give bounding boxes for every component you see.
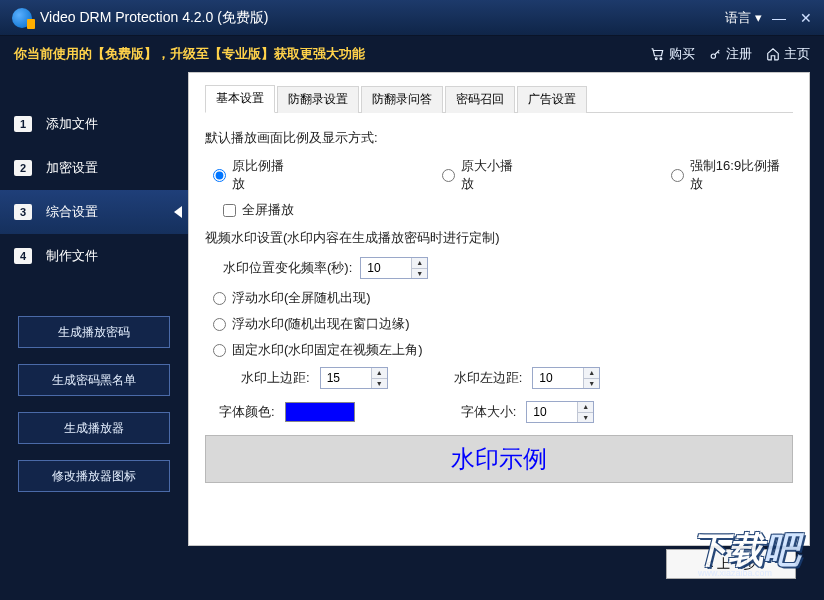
- register-link[interactable]: 注册: [709, 45, 752, 63]
- wm-radio-0[interactable]: [213, 292, 226, 305]
- wm-radio-1[interactable]: [213, 318, 226, 331]
- step-num: 4: [14, 248, 32, 264]
- font-color-swatch[interactable]: [285, 402, 355, 422]
- tab-content-basic: 默认播放画面比例及显示方式: 原比例播放 原大小播放 强制16:9比例播放 全屏…: [205, 113, 793, 533]
- aspect-radio-0[interactable]: [213, 169, 226, 182]
- window-title: Video DRM Protection 4.2.0 (免费版): [40, 9, 725, 27]
- margin-left-spinner[interactable]: ▲▼: [532, 367, 600, 389]
- home-link[interactable]: 主页: [766, 45, 810, 63]
- margin-top-input[interactable]: [321, 368, 371, 388]
- key-icon: [709, 48, 722, 61]
- aspect-option-0[interactable]: 原比例播放: [213, 157, 297, 193]
- main-panel: 基本设置防翻录设置防翻录问答密码召回广告设置 默认播放画面比例及显示方式: 原比…: [188, 72, 810, 546]
- tab-1[interactable]: 防翻录设置: [277, 86, 359, 113]
- prev-button[interactable]: < 上一步: [666, 549, 796, 579]
- step-label: 制作文件: [46, 247, 98, 265]
- svg-point-2: [711, 53, 715, 57]
- cart-icon: [651, 47, 665, 61]
- wm-option-0[interactable]: 浮动水印(全屏随机出现): [213, 289, 793, 307]
- side-button-2[interactable]: 生成播放器: [18, 412, 170, 444]
- step-label: 加密设置: [46, 159, 98, 177]
- tabs-bar: 基本设置防翻录设置防翻录问答密码召回广告设置: [205, 87, 793, 113]
- spinner-down-icon[interactable]: ▼: [578, 413, 593, 423]
- wm-option-1[interactable]: 浮动水印(随机出现在窗口边缘): [213, 315, 793, 333]
- font-color-label: 字体颜色:: [219, 403, 275, 421]
- aspect-option-2[interactable]: 强制16:9比例播放: [671, 157, 793, 193]
- step-2[interactable]: 2加密设置: [0, 146, 188, 190]
- step-label: 添加文件: [46, 115, 98, 133]
- app-logo-icon: [12, 8, 32, 28]
- panel-footer: < 上一步: [188, 546, 810, 586]
- fullscreen-checkbox-label[interactable]: 全屏播放: [223, 201, 294, 219]
- tab-0[interactable]: 基本设置: [205, 85, 275, 113]
- spinner-up-icon[interactable]: ▲: [578, 402, 593, 413]
- margin-left-input[interactable]: [533, 368, 583, 388]
- aspect-radio-1[interactable]: [442, 169, 455, 182]
- font-size-spinner[interactable]: ▲▼: [526, 401, 594, 423]
- svg-point-0: [655, 58, 657, 60]
- spinner-down-icon[interactable]: ▼: [412, 269, 427, 279]
- sidebar: 1添加文件2加密设置3综合设置4制作文件 生成播放密码生成密码黑名单生成播放器修…: [0, 72, 188, 600]
- watermark-preview: 水印示例: [205, 435, 793, 483]
- side-button-3[interactable]: 修改播放器图标: [18, 460, 170, 492]
- info-bar: 你当前使用的【免费版】，升级至【专业版】获取更强大功能 购买 注册 主页: [0, 36, 824, 72]
- step-1[interactable]: 1添加文件: [0, 102, 188, 146]
- tab-2[interactable]: 防翻录问答: [361, 86, 443, 113]
- freq-input[interactable]: [361, 258, 411, 278]
- upgrade-message: 你当前使用的【免费版】，升级至【专业版】获取更强大功能: [14, 45, 365, 63]
- title-bar: Video DRM Protection 4.2.0 (免费版) 语言 ▾ — …: [0, 0, 824, 36]
- step-num: 3: [14, 204, 32, 220]
- spinner-up-icon[interactable]: ▲: [584, 368, 599, 379]
- spinner-up-icon[interactable]: ▲: [372, 368, 387, 379]
- home-icon: [766, 47, 780, 61]
- fullscreen-checkbox[interactable]: [223, 204, 236, 217]
- window-controls: — ✕: [772, 10, 812, 26]
- aspect-option-1[interactable]: 原大小播放: [442, 157, 526, 193]
- spinner-up-icon[interactable]: ▲: [412, 258, 427, 269]
- aspect-radio-group: 原比例播放 原大小播放 强制16:9比例播放: [213, 157, 793, 193]
- margin-left-label: 水印左边距:: [454, 369, 523, 387]
- watermark-section-title: 视频水印设置(水印内容在生成播放密码时进行定制): [205, 229, 793, 247]
- tab-3[interactable]: 密码召回: [445, 86, 515, 113]
- spinner-down-icon[interactable]: ▼: [372, 379, 387, 389]
- minimize-icon[interactable]: —: [772, 10, 786, 26]
- step-4[interactable]: 4制作文件: [0, 234, 188, 278]
- aspect-section-title: 默认播放画面比例及显示方式:: [205, 129, 793, 147]
- margin-top-label: 水印上边距:: [241, 369, 310, 387]
- language-dropdown[interactable]: 语言 ▾: [725, 9, 762, 27]
- step-num: 2: [14, 160, 32, 176]
- svg-point-1: [660, 58, 662, 60]
- side-button-1[interactable]: 生成密码黑名单: [18, 364, 170, 396]
- spinner-down-icon[interactable]: ▼: [584, 379, 599, 389]
- step-num: 1: [14, 116, 32, 132]
- tab-4[interactable]: 广告设置: [517, 86, 587, 113]
- step-label: 综合设置: [46, 203, 98, 221]
- wm-option-2[interactable]: 固定水印(水印固定在视频左上角): [213, 341, 793, 359]
- aspect-radio-2[interactable]: [671, 169, 684, 182]
- close-icon[interactable]: ✕: [800, 10, 812, 26]
- font-size-input[interactable]: [527, 402, 577, 422]
- font-size-label: 字体大小:: [461, 403, 517, 421]
- step-3[interactable]: 3综合设置: [0, 190, 188, 234]
- buy-link[interactable]: 购买: [651, 45, 695, 63]
- wm-radio-2[interactable]: [213, 344, 226, 357]
- watermark-mode-group: 浮动水印(全屏随机出现) 浮动水印(随机出现在窗口边缘) 固定水印(水印固定在视…: [205, 289, 793, 359]
- side-button-0[interactable]: 生成播放密码: [18, 316, 170, 348]
- freq-spinner[interactable]: ▲▼: [360, 257, 428, 279]
- margin-top-spinner[interactable]: ▲▼: [320, 367, 388, 389]
- freq-label: 水印位置变化频率(秒):: [223, 259, 352, 277]
